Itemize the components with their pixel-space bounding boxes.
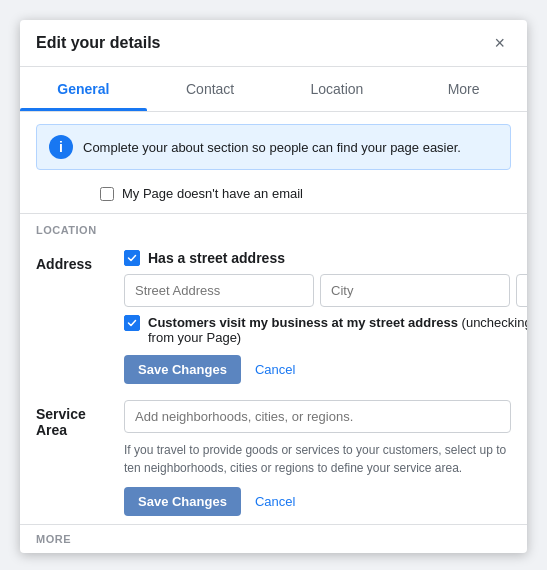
- info-banner: i Complete your about section so people …: [36, 124, 511, 170]
- tab-location[interactable]: Location: [274, 67, 401, 111]
- tab-general[interactable]: General: [20, 67, 147, 111]
- address-field-row: Address Has a street address: [20, 242, 527, 392]
- street-address-input[interactable]: [124, 274, 314, 307]
- service-area-save-button[interactable]: Save Changes: [124, 487, 241, 516]
- address-actions: Save Changes Cancel: [124, 355, 527, 384]
- dialog-title: Edit your details: [36, 34, 160, 52]
- has-address-label: Has a street address: [148, 250, 285, 266]
- service-area-content: If you travel to provide goods or servic…: [124, 400, 511, 516]
- customers-visit-checkbox[interactable]: [124, 315, 140, 331]
- address-inputs: [124, 274, 527, 307]
- tab-more[interactable]: More: [400, 67, 527, 111]
- more-section-label: MORE: [20, 524, 527, 553]
- service-area-actions: Save Changes Cancel: [124, 487, 511, 516]
- info-text: Complete your about section so people ca…: [83, 140, 461, 155]
- address-label: Address: [36, 250, 116, 384]
- visit-row: Customers visit my business at my street…: [124, 315, 527, 345]
- address-save-button[interactable]: Save Changes: [124, 355, 241, 384]
- dialog-header: Edit your details ×: [20, 20, 527, 67]
- has-address-checkbox[interactable]: [124, 250, 140, 266]
- email-row: My Page doesn't have an email: [20, 182, 527, 209]
- has-address-row: Has a street address: [124, 250, 527, 266]
- edit-details-dialog: Edit your details × General Contact Loca…: [20, 20, 527, 553]
- address-content: Has a street address Customers visit my …: [124, 250, 527, 384]
- city-input[interactable]: [320, 274, 510, 307]
- service-area-cancel-button[interactable]: Cancel: [247, 487, 303, 516]
- tab-bar: General Contact Location More: [20, 67, 527, 112]
- zip-input[interactable]: [516, 274, 527, 307]
- address-cancel-button[interactable]: Cancel: [247, 355, 303, 384]
- tab-contact[interactable]: Contact: [147, 67, 274, 111]
- info-icon: i: [49, 135, 73, 159]
- service-area-help: If you travel to provide goods or servic…: [124, 441, 511, 477]
- close-button[interactable]: ×: [488, 32, 511, 54]
- service-area-label: Service Area: [36, 400, 116, 516]
- service-area-field-row: Service Area If you travel to provide go…: [20, 392, 527, 524]
- visit-text: Customers visit my business at my street…: [148, 315, 527, 345]
- no-email-checkbox[interactable]: [100, 187, 114, 201]
- location-section-label: LOCATION: [20, 214, 527, 242]
- service-area-input[interactable]: [124, 400, 511, 433]
- no-email-label: My Page doesn't have an email: [122, 186, 303, 201]
